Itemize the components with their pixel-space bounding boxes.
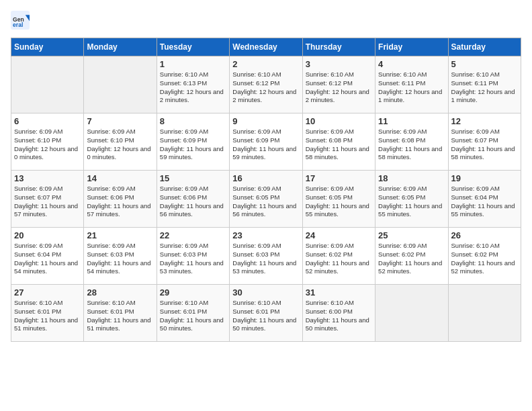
calendar-cell: 7Sunrise: 6:09 AMSunset: 6:10 PMDaylight… <box>84 113 157 171</box>
logo: Gen eral <box>11 11 32 30</box>
calendar-cell <box>448 285 521 342</box>
cell-text: Sunrise: 6:09 AMSunset: 6:04 PMDaylight:… <box>451 185 518 219</box>
calendar-cell: 26Sunrise: 6:10 AMSunset: 6:02 PMDayligh… <box>448 228 521 285</box>
day-number: 25 <box>378 230 445 240</box>
weekday-tuesday: Tuesday <box>157 38 229 56</box>
logo-icon: Gen eral <box>11 11 30 30</box>
day-number: 13 <box>14 173 81 183</box>
calendar-cell: 5Sunrise: 6:10 AMSunset: 6:11 PMDaylight… <box>448 56 521 113</box>
cell-text: Sunrise: 6:09 AMSunset: 6:07 PMDaylight:… <box>451 128 518 162</box>
day-number: 28 <box>87 287 153 298</box>
day-number: 20 <box>14 230 81 240</box>
calendar-cell: 30Sunrise: 6:10 AMSunset: 6:01 PMDayligh… <box>230 285 302 342</box>
day-number: 8 <box>160 116 226 126</box>
weekday-header-row: SundayMondayTuesdayWednesdayThursdayFrid… <box>11 38 521 56</box>
cell-text: Sunrise: 6:09 AMSunset: 6:06 PMDaylight:… <box>160 185 226 219</box>
day-number: 11 <box>378 116 445 126</box>
calendar-cell: 6Sunrise: 6:09 AMSunset: 6:10 PMDaylight… <box>11 113 84 171</box>
cell-text: Sunrise: 6:09 AMSunset: 6:05 PMDaylight:… <box>378 185 445 219</box>
day-number: 23 <box>232 230 299 240</box>
calendar-cell: 2Sunrise: 6:10 AMSunset: 6:12 PMDaylight… <box>230 56 302 113</box>
calendar-cell: 17Sunrise: 6:09 AMSunset: 6:05 PMDayligh… <box>302 171 375 228</box>
day-number: 29 <box>160 287 226 298</box>
calendar-cell: 3Sunrise: 6:10 AMSunset: 6:12 PMDaylight… <box>302 56 375 113</box>
cell-text: Sunrise: 6:09 AMSunset: 6:02 PMDaylight:… <box>378 242 445 276</box>
cell-text: Sunrise: 6:09 AMSunset: 6:08 PMDaylight:… <box>306 128 372 162</box>
calendar-cell: 18Sunrise: 6:09 AMSunset: 6:05 PMDayligh… <box>375 171 448 228</box>
weekday-monday: Monday <box>84 38 157 56</box>
calendar-cell: 12Sunrise: 6:09 AMSunset: 6:07 PMDayligh… <box>448 113 521 171</box>
day-number: 7 <box>87 116 153 126</box>
day-number: 31 <box>306 287 372 298</box>
header: Gen eral <box>11 11 521 30</box>
week-row-2: 6Sunrise: 6:09 AMSunset: 6:10 PMDaylight… <box>11 113 521 171</box>
weekday-sunday: Sunday <box>11 38 84 56</box>
calendar-cell: 29Sunrise: 6:10 AMSunset: 6:01 PMDayligh… <box>157 285 229 342</box>
calendar-cell: 21Sunrise: 6:09 AMSunset: 6:03 PMDayligh… <box>84 228 157 285</box>
calendar-cell <box>84 56 157 113</box>
calendar-cell: 15Sunrise: 6:09 AMSunset: 6:06 PMDayligh… <box>157 171 229 228</box>
day-number: 16 <box>232 173 299 183</box>
day-number: 27 <box>14 287 81 298</box>
cell-text: Sunrise: 6:10 AMSunset: 6:13 PMDaylight:… <box>160 71 226 105</box>
cell-text: Sunrise: 6:10 AMSunset: 6:12 PMDaylight:… <box>306 71 372 105</box>
cell-text: Sunrise: 6:10 AMSunset: 6:12 PMDaylight:… <box>232 71 299 105</box>
day-number: 26 <box>451 230 518 240</box>
cell-text: Sunrise: 6:10 AMSunset: 6:01 PMDaylight:… <box>14 299 81 333</box>
calendar-cell: 31Sunrise: 6:10 AMSunset: 6:00 PMDayligh… <box>302 285 375 342</box>
weekday-thursday: Thursday <box>302 38 375 56</box>
cell-text: Sunrise: 6:09 AMSunset: 6:10 PMDaylight:… <box>87 128 153 162</box>
cell-text: Sunrise: 6:09 AMSunset: 6:10 PMDaylight:… <box>14 128 81 162</box>
cell-text: Sunrise: 6:09 AMSunset: 6:06 PMDaylight:… <box>87 185 153 219</box>
calendar-cell: 14Sunrise: 6:09 AMSunset: 6:06 PMDayligh… <box>84 171 157 228</box>
cell-text: Sunrise: 6:09 AMSunset: 6:05 PMDaylight:… <box>232 185 299 219</box>
calendar-cell: 28Sunrise: 6:10 AMSunset: 6:01 PMDayligh… <box>84 285 157 342</box>
day-number: 18 <box>378 173 445 183</box>
calendar-cell <box>11 56 84 113</box>
day-number: 1 <box>160 59 226 69</box>
cell-text: Sunrise: 6:10 AMSunset: 6:02 PMDaylight:… <box>451 242 518 276</box>
calendar-cell: 13Sunrise: 6:09 AMSunset: 6:07 PMDayligh… <box>11 171 84 228</box>
day-number: 30 <box>232 287 299 298</box>
week-row-1: 1Sunrise: 6:10 AMSunset: 6:13 PMDaylight… <box>11 56 521 113</box>
calendar-cell: 25Sunrise: 6:09 AMSunset: 6:02 PMDayligh… <box>375 228 448 285</box>
cell-text: Sunrise: 6:10 AMSunset: 6:11 PMDaylight:… <box>378 71 445 105</box>
day-number: 22 <box>160 230 226 240</box>
calendar-cell: 20Sunrise: 6:09 AMSunset: 6:04 PMDayligh… <box>11 228 84 285</box>
calendar-cell: 11Sunrise: 6:09 AMSunset: 6:08 PMDayligh… <box>375 113 448 171</box>
day-number: 10 <box>306 116 372 126</box>
calendar-cell: 19Sunrise: 6:09 AMSunset: 6:04 PMDayligh… <box>448 171 521 228</box>
cell-text: Sunrise: 6:09 AMSunset: 6:05 PMDaylight:… <box>306 185 372 219</box>
cell-text: Sunrise: 6:09 AMSunset: 6:03 PMDaylight:… <box>160 242 226 276</box>
cell-text: Sunrise: 6:10 AMSunset: 6:01 PMDaylight:… <box>160 299 226 333</box>
week-row-4: 20Sunrise: 6:09 AMSunset: 6:04 PMDayligh… <box>11 228 521 285</box>
cell-text: Sunrise: 6:09 AMSunset: 6:08 PMDaylight:… <box>378 128 445 162</box>
calendar-cell: 27Sunrise: 6:10 AMSunset: 6:01 PMDayligh… <box>11 285 84 342</box>
day-number: 19 <box>451 173 518 183</box>
cell-text: Sunrise: 6:10 AMSunset: 6:01 PMDaylight:… <box>87 299 153 333</box>
cell-text: Sunrise: 6:10 AMSunset: 6:01 PMDaylight:… <box>232 299 299 333</box>
calendar-cell: 10Sunrise: 6:09 AMSunset: 6:08 PMDayligh… <box>302 113 375 171</box>
calendar-cell: 22Sunrise: 6:09 AMSunset: 6:03 PMDayligh… <box>157 228 229 285</box>
day-number: 6 <box>14 116 81 126</box>
calendar-cell: 16Sunrise: 6:09 AMSunset: 6:05 PMDayligh… <box>230 171 302 228</box>
cell-text: Sunrise: 6:09 AMSunset: 6:09 PMDaylight:… <box>160 128 226 162</box>
day-number: 2 <box>232 59 299 69</box>
calendar-cell <box>375 285 448 342</box>
calendar-cell: 9Sunrise: 6:09 AMSunset: 6:09 PMDaylight… <box>230 113 302 171</box>
day-number: 15 <box>160 173 226 183</box>
weekday-saturday: Saturday <box>448 38 521 56</box>
calendar-cell: 24Sunrise: 6:09 AMSunset: 6:02 PMDayligh… <box>302 228 375 285</box>
cell-text: Sunrise: 6:10 AMSunset: 6:11 PMDaylight:… <box>451 71 518 105</box>
day-number: 3 <box>306 59 372 69</box>
day-number: 9 <box>232 116 299 126</box>
week-row-5: 27Sunrise: 6:10 AMSunset: 6:01 PMDayligh… <box>11 285 521 342</box>
day-number: 12 <box>451 116 518 126</box>
day-number: 4 <box>378 59 445 69</box>
week-row-3: 13Sunrise: 6:09 AMSunset: 6:07 PMDayligh… <box>11 171 521 228</box>
cell-text: Sunrise: 6:09 AMSunset: 6:02 PMDaylight:… <box>306 242 372 276</box>
day-number: 5 <box>451 59 518 69</box>
calendar-cell: 23Sunrise: 6:09 AMSunset: 6:03 PMDayligh… <box>230 228 302 285</box>
calendar-body: 1Sunrise: 6:10 AMSunset: 6:13 PMDaylight… <box>11 56 521 342</box>
day-number: 14 <box>87 173 153 183</box>
